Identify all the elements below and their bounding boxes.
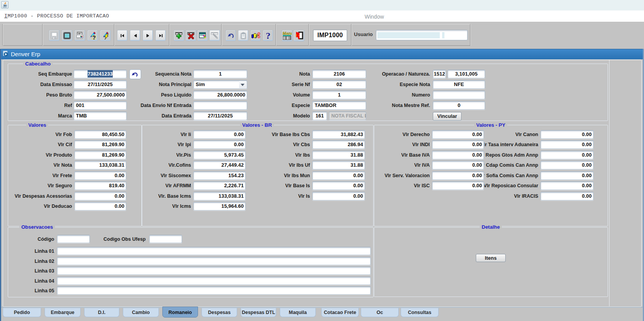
svg-text:Menu: Menu <box>282 31 292 35</box>
svg-text:?: ? <box>93 35 96 40</box>
svg-text:?: ? <box>266 31 270 40</box>
